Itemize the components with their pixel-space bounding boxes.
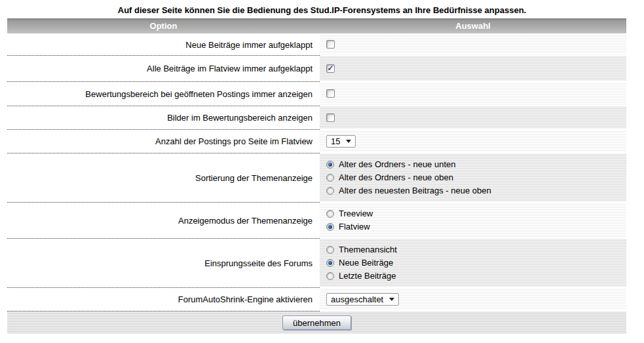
- radio-option[interactable]: Alter des Ordners - neue unten: [326, 158, 626, 171]
- dropdown-arrow-icon: [389, 298, 394, 301]
- option-label: Anzeigemodus der Themenanzeige: [7, 203, 320, 239]
- option-label: Anzahl der Postings pro Seite im Flatvie…: [7, 130, 320, 153]
- select-value: 15: [331, 136, 340, 146]
- option-label: Einsprungsseite des Forums: [7, 239, 320, 288]
- checkbox-bewertungsbereich[interactable]: [326, 89, 335, 98]
- table-row-bilder: Bilder im Bewertungsbereich anzeigen: [7, 106, 626, 130]
- checkbox-flatview-aufgeklappt[interactable]: [326, 64, 335, 73]
- table-row-autoshrink: ForumAutoShrink-Engine aktivieren ausges…: [7, 288, 626, 312]
- radio-option[interactable]: Treeview: [326, 207, 626, 220]
- column-header-option: Option: [7, 18, 320, 33]
- column-header-auswahl: Auswahl: [320, 18, 626, 33]
- checkbox-bilder[interactable]: [326, 113, 335, 122]
- radio-group-anzeigemodus: Treeview Flatview: [320, 203, 626, 239]
- radio-icon: [326, 259, 334, 267]
- dropdown-arrow-icon: [346, 140, 351, 143]
- footer-bar: übernehmen: [7, 312, 626, 334]
- radio-option[interactable]: Alter des Ordners - neue oben: [326, 171, 626, 184]
- option-label: Bewertungsbereich bei geöffneten Posting…: [7, 82, 320, 106]
- radio-group-sortierung: Alter des Ordners - neue unten Alter des…: [320, 153, 626, 203]
- settings-table: Option Auswahl Neue Beiträge immer aufge…: [7, 18, 626, 334]
- submit-button[interactable]: übernehmen: [282, 315, 351, 330]
- radio-option[interactable]: Flatview: [326, 220, 626, 233]
- table-row-anzeigemodus: Anzeigemodus der Themenanzeige Treeview …: [7, 203, 626, 239]
- select-autoshrink[interactable]: ausgeschaltet: [326, 293, 399, 306]
- option-label: Bilder im Bewertungsbereich anzeigen: [7, 106, 320, 130]
- table-row-flatview-aufgeklappt: Alle Beiträge im Flatview immer aufgekla…: [7, 56, 626, 82]
- radio-option[interactable]: Alter des neuesten Beitrags - neue oben: [326, 184, 626, 197]
- page-title: Auf dieser Seite können Sie die Bedienun…: [0, 0, 644, 18]
- radio-icon: [326, 187, 334, 195]
- radio-icon: [326, 210, 334, 218]
- radio-option[interactable]: Letzte Beiträge: [326, 270, 626, 283]
- table-header-row: Option Auswahl: [7, 18, 626, 34]
- radio-option[interactable]: Neue Beiträge: [326, 256, 626, 270]
- table-row-neue-beitraege: Neue Beiträge immer aufgeklappt: [7, 34, 626, 56]
- option-label: Alle Beiträge im Flatview immer aufgekla…: [7, 56, 320, 82]
- select-postings-pro-seite[interactable]: 15: [326, 135, 356, 148]
- radio-icon: [326, 174, 334, 182]
- option-label: ForumAutoShrink-Engine aktivieren: [7, 288, 320, 312]
- radio-icon: [326, 161, 334, 169]
- table-row-postings-pro-seite: Anzahl der Postings pro Seite im Flatvie…: [7, 130, 626, 153]
- radio-option[interactable]: Themenansicht: [326, 243, 626, 256]
- radio-icon: [326, 223, 334, 231]
- radio-group-einsprungsseite: Themenansicht Neue Beiträge Letzte Beitr…: [320, 239, 626, 288]
- table-row-sortierung: Sortierung der Themenanzeige Alter des O…: [7, 153, 626, 203]
- radio-icon: [326, 246, 334, 254]
- option-label: Sortierung der Themenanzeige: [7, 153, 320, 203]
- table-row-bewertungsbereich: Bewertungsbereich bei geöffneten Posting…: [7, 82, 626, 106]
- table-row-einsprungsseite: Einsprungsseite des Forums Themenansicht…: [7, 239, 626, 288]
- option-label: Neue Beiträge immer aufgeklappt: [7, 34, 320, 56]
- select-value: ausgeschaltet: [331, 294, 383, 304]
- checkbox-neue-beitraege[interactable]: [326, 40, 335, 49]
- radio-icon: [326, 272, 334, 280]
